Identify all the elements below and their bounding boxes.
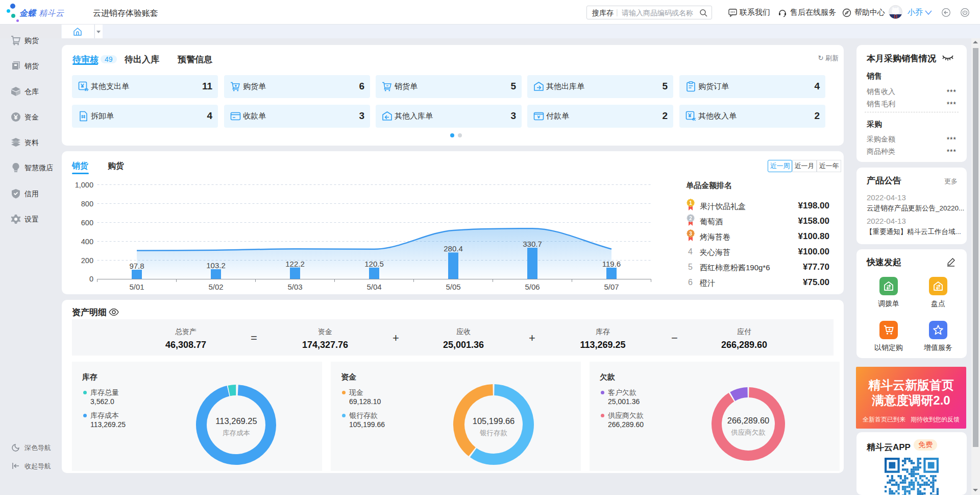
svg-text:400: 400 <box>81 238 93 246</box>
svg-text:5/04: 5/04 <box>366 282 381 291</box>
svg-text:1,000: 1,000 <box>75 181 93 189</box>
svg-text:103.2: 103.2 <box>206 261 226 270</box>
svg-text:5/05: 5/05 <box>446 282 460 291</box>
svg-text:119.6: 119.6 <box>602 260 621 268</box>
svg-text:200: 200 <box>81 256 93 265</box>
svg-text:0: 0 <box>89 275 93 283</box>
svg-text:3: 3 <box>689 231 692 237</box>
svg-text:5/02: 5/02 <box>208 282 223 291</box>
svg-text:5/06: 5/06 <box>525 282 540 291</box>
svg-text:800: 800 <box>81 200 93 208</box>
svg-text:5/01: 5/01 <box>129 282 144 291</box>
svg-text:600: 600 <box>81 219 93 227</box>
svg-text:5/03: 5/03 <box>287 282 302 291</box>
svg-text:280.4: 280.4 <box>444 244 463 253</box>
svg-text:1: 1 <box>689 200 692 206</box>
svg-text:2: 2 <box>689 216 692 221</box>
svg-text:330.7: 330.7 <box>523 240 542 248</box>
svg-text:122.2: 122.2 <box>285 260 305 268</box>
svg-text:120.5: 120.5 <box>364 260 384 268</box>
svg-text:97.8: 97.8 <box>129 262 144 270</box>
svg-text:5/07: 5/07 <box>604 282 619 291</box>
